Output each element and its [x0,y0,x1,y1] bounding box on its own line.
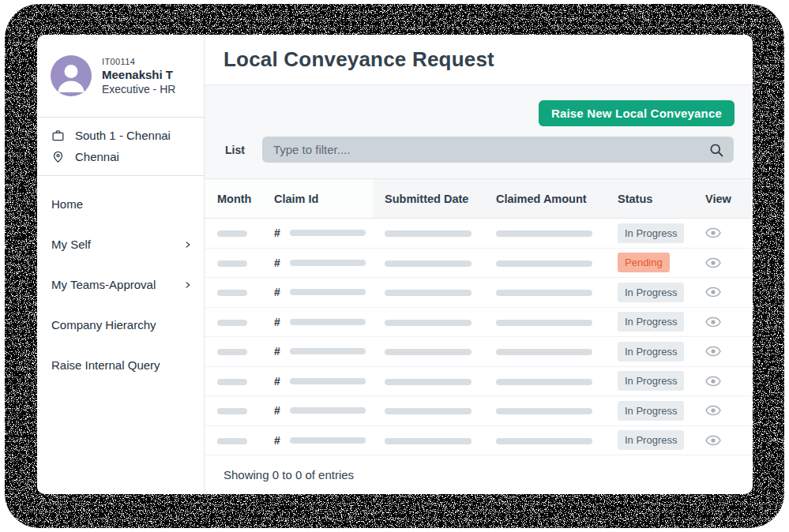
claim-id-skeleton [290,378,366,384]
claimed-amount-skeleton [496,260,592,267]
column-header-claimed-amount: Claimed Amount [496,193,618,205]
list-label: List [225,144,245,156]
submitted-date-cell [385,403,496,418]
claimed-amount-skeleton [496,320,592,326]
nav-label: Company Hierarchy [51,318,156,332]
table-row: # In Progress [205,426,753,456]
claimed-amount-skeleton [496,230,592,237]
table-row: # In Progress [205,367,753,397]
submitted-date-cell [385,374,496,388]
page-title: Local Conveyance Request [224,47,494,72]
table-footer: Showing 0 to 0 of entries [205,455,753,494]
city-label: Chennai [75,150,119,163]
status-cell: In Progress [618,283,705,302]
nav-label: My Self [51,238,91,251]
claim-id-cell: # [274,316,385,328]
view-cell [705,227,742,238]
claimed-amount-skeleton [496,290,592,296]
claimed-amount-cell [496,315,618,329]
table-row: # In Progress [205,337,753,367]
table-body: # In Progress # Pending [205,219,753,455]
claim-hash: # [274,227,280,239]
claim-hash: # [274,286,280,298]
claim-id-skeleton [290,289,366,295]
month-skeleton [217,230,247,237]
claimed-amount-cell [496,374,618,388]
claim-id-skeleton [290,407,366,414]
claimed-amount-cell [496,344,618,358]
search-icon [708,142,724,158]
main-content: Local Conveyance Request Raise New Local… [205,35,753,494]
avatar [51,55,92,96]
screenshot-stage: IT00114 Meenakshi T Executive - HR South… [0,0,789,532]
employee-id: IT00114 [102,57,175,66]
month-skeleton [217,260,247,267]
month-skeleton [217,438,247,444]
sidebar-item-company-hierarchy[interactable]: Company Hierarchy [37,305,204,345]
view-cell [705,287,742,298]
table-row: # In Progress [205,219,753,249]
eye-icon[interactable] [705,317,721,328]
sidebar-item-my-teams-approval[interactable]: My Teams-Approval [37,264,204,305]
page-header: Local Conveyance Request [205,35,753,85]
eye-icon[interactable] [705,287,721,298]
submitted-date-cell [385,315,496,329]
claim-id-cell: # [274,345,385,358]
claimed-amount-skeleton [496,408,592,414]
status-cell: In Progress [618,371,705,391]
eye-icon[interactable] [705,405,721,416]
month-cell [217,285,274,299]
status-badge: In Progress [618,283,684,302]
claimed-amount-skeleton [496,438,592,444]
claim-id-skeleton [290,230,366,236]
nav-label: Home [51,197,83,211]
eye-icon[interactable] [705,346,721,357]
submitted-date-skeleton [385,438,472,444]
month-skeleton [217,320,247,326]
claimed-amount-cell [496,256,618,270]
view-cell [705,346,742,357]
month-skeleton [217,408,247,414]
submitted-date-skeleton [385,320,472,326]
status-badge: In Progress [618,430,684,450]
eye-icon[interactable] [705,257,721,268]
status-badge: In Progress [618,312,684,332]
month-skeleton [217,349,247,355]
eye-icon[interactable] [705,435,721,446]
sidebar-item-my-self[interactable]: My Self [37,224,204,264]
eye-icon[interactable] [705,376,721,387]
claim-hash: # [274,257,280,269]
claimed-amount-skeleton [496,349,592,355]
claim-id-cell: # [274,286,385,298]
eye-icon[interactable] [705,227,721,238]
status-cell: In Progress [618,401,705,421]
submitted-date-cell [385,226,496,240]
claim-hash: # [274,345,280,358]
table-row: # In Progress [205,278,753,308]
claim-hash: # [274,404,280,417]
nav-label: Raise Internal Query [51,358,160,372]
table-row: # In Progress [205,308,753,338]
month-cell [217,344,274,358]
submitted-date-skeleton [385,379,472,385]
briefcase-icon [51,129,65,142]
sidebar-item-home[interactable]: Home [37,184,204,224]
column-header-month: Month [217,193,274,205]
status-badge: In Progress [618,342,684,362]
location-pin-icon [51,150,65,163]
status-cell: In Progress [618,430,705,450]
submitted-date-cell [385,433,496,448]
claimed-amount-cell [496,403,618,418]
view-cell [705,376,742,387]
employee-name: Meenakshi T [102,68,175,81]
nav-label: My Teams-Approval [51,278,156,291]
filter-input[interactable] [262,137,734,163]
claim-hash: # [274,375,280,388]
submitted-date-skeleton [385,260,472,267]
month-cell [217,226,274,240]
raise-new-local-conveyance-button[interactable]: Raise New Local Conveyance [539,100,735,126]
submitted-date-cell [385,285,496,299]
month-cell [217,315,274,329]
submitted-date-skeleton [385,349,472,355]
sidebar-item-raise-internal-query[interactable]: Raise Internal Query [37,345,204,385]
